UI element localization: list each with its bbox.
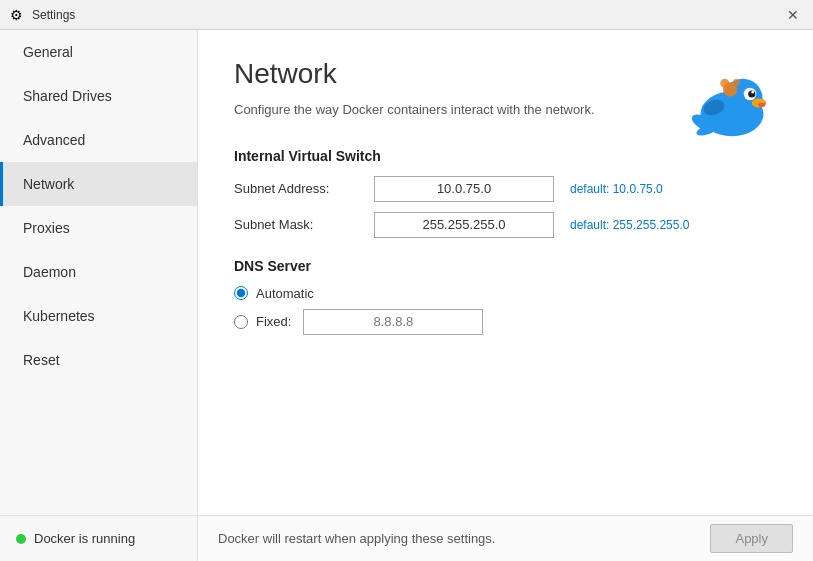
sidebar-item-kubernetes[interactable]: Kubernetes: [0, 294, 197, 338]
sidebar: General Shared Drives Advanced Network P…: [0, 30, 198, 561]
close-button[interactable]: ✕: [783, 8, 803, 22]
main-layout: General Shared Drives Advanced Network P…: [0, 30, 813, 561]
status-text: Docker is running: [34, 531, 135, 546]
restart-note: Docker will restart when applying these …: [218, 531, 495, 546]
dns-automatic-radio[interactable]: [234, 286, 248, 300]
status-bar: Docker is running: [0, 515, 197, 561]
subnet-mask-input[interactable]: [374, 212, 554, 238]
svg-point-6: [758, 103, 765, 108]
svg-point-9: [733, 79, 740, 86]
subnet-address-row: Subnet Address: default: 10.0.75.0: [234, 176, 777, 202]
settings-icon: ⚙: [10, 7, 26, 23]
internal-switch-section-title: Internal Virtual Switch: [234, 148, 777, 164]
subnet-mask-label: Subnet Mask:: [234, 217, 374, 232]
title-bar: ⚙ Settings ✕: [0, 0, 813, 30]
subnet-address-label: Subnet Address:: [234, 181, 374, 196]
sidebar-item-proxies[interactable]: Proxies: [0, 206, 197, 250]
content-area: Network Configure the way Docker contain…: [198, 30, 813, 515]
docker-mascot: [687, 58, 777, 148]
subnet-address-default: default: 10.0.75.0: [570, 182, 663, 196]
apply-button[interactable]: Apply: [710, 524, 793, 553]
dns-fixed-input[interactable]: [303, 309, 483, 335]
dns-fixed-radio[interactable]: [234, 315, 248, 329]
dns-section: DNS Server Automatic Fixed:: [234, 258, 777, 335]
sidebar-item-daemon[interactable]: Daemon: [0, 250, 197, 294]
title-bar-left: ⚙ Settings: [10, 7, 75, 23]
dns-automatic-row: Automatic: [234, 286, 777, 301]
subnet-mask-row: Subnet Mask: default: 255.255.255.0: [234, 212, 777, 238]
svg-point-8: [720, 79, 729, 88]
subnet-address-input[interactable]: [374, 176, 554, 202]
status-left: Docker is running: [16, 531, 135, 546]
sidebar-item-shared-drives[interactable]: Shared Drives: [0, 74, 197, 118]
title-bar-title: Settings: [32, 8, 75, 22]
dns-fixed-row: Fixed:: [234, 309, 777, 335]
sidebar-item-network[interactable]: Network: [0, 162, 197, 206]
sidebar-item-general[interactable]: General: [0, 30, 197, 74]
status-indicator: [16, 534, 26, 544]
sidebar-item-reset[interactable]: Reset: [0, 338, 197, 382]
svg-point-4: [751, 91, 754, 94]
dns-fixed-label[interactable]: Fixed:: [256, 314, 291, 329]
page-description: Configure the way Docker containers inte…: [234, 100, 654, 120]
subnet-mask-default: default: 255.255.255.0: [570, 218, 689, 232]
dns-section-title: DNS Server: [234, 258, 777, 274]
dns-automatic-label[interactable]: Automatic: [256, 286, 314, 301]
sidebar-item-advanced[interactable]: Advanced: [0, 118, 197, 162]
